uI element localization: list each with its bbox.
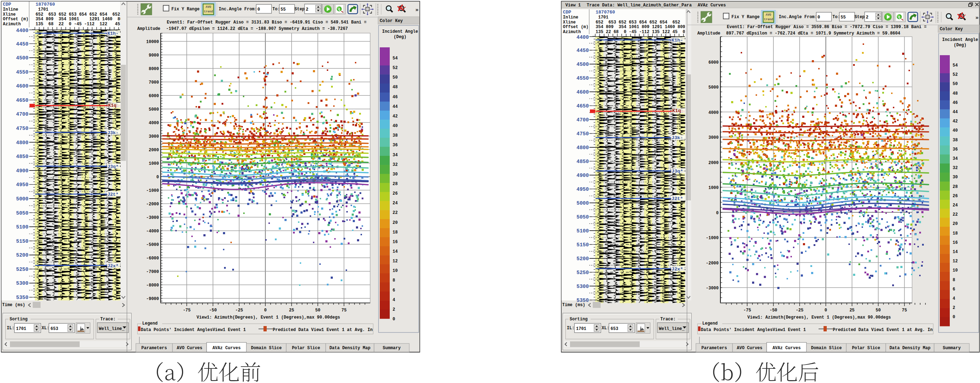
svg-text:4000: 4000 bbox=[149, 121, 159, 126]
svg-text:24: 24 bbox=[953, 203, 958, 208]
svg-text:30: 30 bbox=[393, 172, 398, 177]
svg-text:0: 0 bbox=[953, 314, 955, 320]
svg-text:CDP: CDP bbox=[3, 2, 11, 7]
svg-text:897.767 dEpsilon = -762.724 dE: 897.767 dEpsilon = -762.724 dEta = 1071.… bbox=[726, 31, 900, 36]
svg-text:652 653 652 653 654 652 654: 652 653 652 653 654 652 654 652 bbox=[35, 12, 120, 17]
svg-text:Time (ms): Time (ms) bbox=[2, 303, 25, 308]
svg-text:135 22 68 0 -45 -112 135 122: 135 22 68 0 -45 -112 135 122 45 0 bbox=[596, 30, 685, 35]
svg-text:-75: -75 bbox=[183, 308, 191, 313]
svg-text:2: 2 bbox=[953, 305, 955, 310]
svg-text:-5000: -5000 bbox=[146, 243, 159, 247]
svg-text:34: 34 bbox=[393, 153, 398, 158]
svg-text:16: 16 bbox=[393, 239, 398, 244]
svg-text:-9000: -9000 bbox=[146, 297, 159, 302]
svg-text:9000: 9000 bbox=[149, 53, 159, 58]
svg-text:14: 14 bbox=[393, 249, 398, 254]
svg-text:(Deg): (Deg) bbox=[954, 43, 966, 48]
svg-text:Color Key: Color Key bbox=[380, 19, 403, 24]
svg-text:5300: 5300 bbox=[576, 284, 589, 289]
svg-text:Sorting: Sorting bbox=[10, 317, 27, 322]
svg-text:52: 52 bbox=[393, 65, 398, 70]
svg-text:354 809 354 1061 1291 1460: 354 809 354 1061 1291 1460 809 bbox=[35, 17, 125, 22]
svg-text:22: 22 bbox=[393, 211, 398, 215]
svg-text:50: 50 bbox=[953, 81, 958, 86]
svg-text:46: 46 bbox=[393, 95, 398, 100]
svg-text:4400: 4400 bbox=[576, 35, 589, 40]
svg-text:36: 36 bbox=[393, 143, 398, 148]
svg-text:40: 40 bbox=[953, 128, 958, 133]
svg-text:4600: 4600 bbox=[16, 83, 29, 89]
svg-text:Incident Angle: Incident Angle bbox=[942, 37, 978, 42]
svg-text:4: 4 bbox=[393, 298, 395, 303]
svg-text:4600: 4600 bbox=[576, 89, 589, 95]
svg-text:30: 30 bbox=[953, 175, 958, 180]
svg-text:18: 18 bbox=[393, 230, 398, 235]
svg-text:42: 42 bbox=[953, 119, 958, 124]
svg-text:Well_line_: Well_line_ bbox=[659, 326, 685, 331]
svg-text:4950: 4950 bbox=[576, 187, 589, 192]
svg-text:Legend: Legend bbox=[142, 321, 158, 326]
svg-text:4800: 4800 bbox=[16, 140, 29, 145]
svg-text:3000: 3000 bbox=[708, 135, 719, 140]
svg-text:3000: 3000 bbox=[149, 134, 159, 139]
svg-text:-1947.07 dEpsilon = 1124.22 dE: -1947.07 dEpsilon = 1124.22 dEta = -188.… bbox=[166, 26, 348, 31]
svg-text:32: 32 bbox=[953, 166, 958, 171]
svg-text:Predicted Data View1 Event 1 a: Predicted Data View1 Event 1 at Avg. In bbox=[273, 327, 373, 332]
svg-text:48: 48 bbox=[393, 85, 398, 90]
svg-text:20: 20 bbox=[953, 222, 958, 227]
svg-text:4700: 4700 bbox=[16, 112, 29, 117]
svg-text:Inline: Inline bbox=[563, 15, 578, 20]
svg-text:50: 50 bbox=[876, 308, 881, 313]
svg-text:Data Points' Incident AnglesVi: Data Points' Incident AnglesView1 Event … bbox=[141, 327, 246, 332]
svg-text:4800: 4800 bbox=[576, 145, 589, 150]
svg-text:AVO Curves: AVO Curves bbox=[177, 346, 202, 351]
svg-text:Amplitude: Amplitude bbox=[137, 26, 161, 31]
svg-text:4500: 4500 bbox=[576, 62, 589, 67]
svg-text:XL:: XL: bbox=[601, 326, 609, 331]
svg-text:1000: 1000 bbox=[149, 161, 159, 166]
svg-text:2: 2 bbox=[393, 307, 395, 312]
svg-text:4700: 4700 bbox=[576, 117, 589, 123]
svg-text:5200: 5200 bbox=[576, 256, 589, 262]
svg-text:50: 50 bbox=[315, 308, 320, 313]
svg-text:38: 38 bbox=[953, 138, 958, 143]
svg-text:54: 54 bbox=[393, 56, 398, 61]
svg-text:1870760: 1870760 bbox=[596, 10, 615, 15]
svg-text:Data Density Map: Data Density Map bbox=[329, 346, 370, 351]
svg-text:10: 10 bbox=[953, 268, 958, 273]
svg-text:-1000: -1000 bbox=[706, 236, 719, 241]
svg-text:Well_line_: Well_line_ bbox=[99, 326, 125, 331]
svg-text:Trace:: Trace: bbox=[660, 317, 676, 322]
svg-text:6: 6 bbox=[393, 288, 395, 293]
svg-text:Domain Slice: Domain Slice bbox=[811, 346, 842, 351]
svg-text:28: 28 bbox=[393, 182, 398, 187]
svg-text:4: 4 bbox=[953, 296, 955, 301]
svg-text:52: 52 bbox=[953, 72, 958, 77]
svg-text:0: 0 bbox=[825, 308, 827, 313]
svg-text:AVO Curves: AVO Curves bbox=[737, 346, 762, 351]
svg-text:653: 653 bbox=[611, 326, 618, 331]
svg-text:54: 54 bbox=[953, 63, 958, 68]
svg-text:Event1: Far-Offset Rugger Aiso: Event1: Far-Offset Rugger Aiso = 3131.83… bbox=[167, 20, 367, 25]
svg-text:4500: 4500 bbox=[16, 55, 29, 61]
svg-text:-75: -75 bbox=[743, 308, 751, 313]
svg-text:5250: 5250 bbox=[16, 267, 29, 272]
svg-text:View1: Azimuth(Degrees), Event: View1: Azimuth(Degrees), Event 1 (Degree… bbox=[197, 315, 340, 320]
svg-text:5350: 5350 bbox=[16, 295, 29, 300]
svg-text:25: 25 bbox=[850, 308, 854, 313]
svg-text:Xline: Xline bbox=[563, 20, 576, 25]
svg-text:Offset (m): Offset (m) bbox=[3, 17, 29, 22]
svg-text:-25: -25 bbox=[235, 308, 243, 313]
svg-text:5050: 5050 bbox=[16, 211, 29, 216]
svg-text:0: 0 bbox=[156, 175, 159, 180]
svg-text:4950: 4950 bbox=[16, 182, 29, 188]
svg-text:5250: 5250 bbox=[576, 270, 589, 276]
svg-text:5000: 5000 bbox=[708, 85, 719, 90]
svg-text:-2000: -2000 bbox=[146, 202, 159, 207]
svg-text:1701: 1701 bbox=[16, 326, 26, 331]
svg-text:Incident Angle: Incident Angle bbox=[382, 29, 418, 34]
svg-text:Summary: Summary bbox=[383, 346, 400, 351]
svg-text:50: 50 bbox=[393, 75, 398, 80]
svg-text:4750: 4750 bbox=[16, 126, 29, 131]
svg-text:Legend: Legend bbox=[702, 321, 718, 326]
